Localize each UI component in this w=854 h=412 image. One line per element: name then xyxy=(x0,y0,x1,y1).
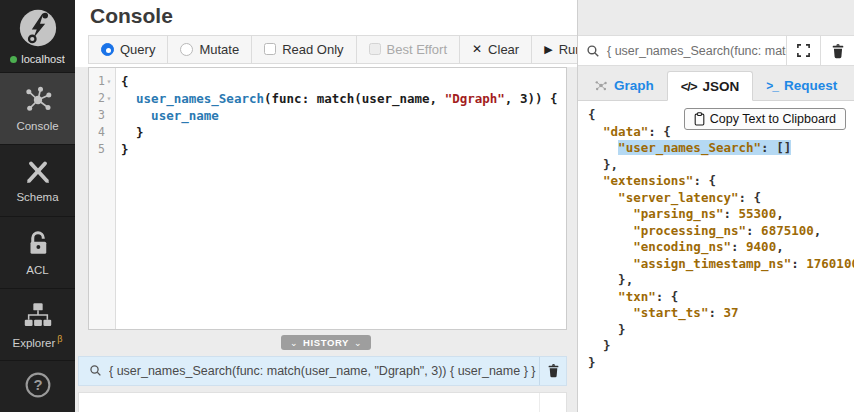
delete-history-button[interactable] xyxy=(539,357,566,386)
chevron-down-icon: ⌄ xyxy=(354,338,362,348)
code-line: user_names_Search(func: match(user_name,… xyxy=(121,90,558,107)
copy-button-label: Copy Text to Clipboard xyxy=(710,112,836,126)
fullscreen-icon xyxy=(796,43,811,58)
checkbox-icon xyxy=(264,43,276,55)
connection-status-dot xyxy=(10,56,17,63)
sidebar-item-console[interactable]: Console xyxy=(0,73,75,145)
dgraph-logo-icon xyxy=(17,7,59,49)
editor-code: { user_names_Search(func: match(user_nam… xyxy=(116,68,558,329)
json-response-text: { "data": { "user_names_Search": [] }, "… xyxy=(578,101,854,371)
sidebar-item-connection[interactable]: localhost xyxy=(0,0,75,73)
radio-selected-icon xyxy=(101,43,114,56)
fullscreen-button[interactable] xyxy=(786,36,820,65)
fold-arrow-icon[interactable]: ▾ xyxy=(105,94,113,103)
sidebar-item-label: Console xyxy=(16,120,58,132)
svg-text:?: ? xyxy=(33,377,42,393)
checkbox-disabled-icon xyxy=(369,43,381,55)
hierarchy-icon xyxy=(22,301,54,329)
terminal-prompt-icon: >_ xyxy=(766,79,778,93)
tab-json[interactable]: </> JSON xyxy=(667,71,754,101)
page-title: Console xyxy=(90,4,173,28)
tab-request[interactable]: >_ Request xyxy=(753,71,850,100)
tab-label: JSON xyxy=(703,79,740,94)
tab-label: Request xyxy=(784,78,837,93)
sidebar-item-label: Schema xyxy=(16,191,58,203)
copy-to-clipboard-button[interactable]: Copy Text to Clipboard xyxy=(684,108,846,130)
help-icon: ? xyxy=(24,371,52,399)
trash-icon xyxy=(831,43,845,59)
graph-icon xyxy=(594,79,608,92)
sidebar-item-schema[interactable]: Schema xyxy=(0,145,75,217)
chevron-down-icon: ⌄ xyxy=(290,338,298,348)
editor-gutter: 1▾ 2▾ 3 4 5 xyxy=(89,68,116,329)
frame-header: { user_names_Search(func: match(... xyxy=(578,35,854,66)
clear-x-icon: ✕ xyxy=(472,42,482,56)
code-brackets-icon: </> xyxy=(681,79,697,94)
tab-graph[interactable]: Graph xyxy=(581,71,667,100)
results-panel: { user_names_Search(func: match(... xyxy=(577,0,854,412)
history-toggle-button[interactable]: ⌄ HISTORY ⌄ xyxy=(281,335,371,350)
code-line: { xyxy=(121,73,558,90)
clipboard-icon xyxy=(694,112,705,126)
sidebar-item-label: Explorerβ xyxy=(12,334,62,349)
ratel-console-app: localhost Console xyxy=(0,0,854,412)
query-toolbar: Query Mutate Read Only Best Effort ✕ xyxy=(88,35,567,64)
clear-button[interactable]: ✕ Clear xyxy=(459,35,532,64)
beta-badge: β xyxy=(57,334,62,344)
schema-icon xyxy=(22,158,54,186)
radio-unselected-icon xyxy=(180,43,193,56)
query-editor[interactable]: 1▾ 2▾ 3 4 5 { user_names_Search(func: ma… xyxy=(88,67,567,330)
results-tabs: Graph </> JSON >_ Request xyxy=(578,71,854,101)
sidebar: localhost Console xyxy=(0,0,75,412)
code-line: user_name xyxy=(121,107,558,124)
history-zone: ⌄ HISTORY ⌄ xyxy=(75,330,577,356)
search-icon xyxy=(586,44,600,58)
discard-frame-button[interactable] xyxy=(820,36,854,65)
results-panel-top-spacer xyxy=(578,0,854,35)
code-line: } xyxy=(121,141,558,158)
tab-label: Graph xyxy=(614,78,654,93)
history-item[interactable]: { user_names_Search(func: match(user_nam… xyxy=(78,356,567,387)
run-play-icon: ▶ xyxy=(544,43,552,56)
toolbar-strip: Query Mutate Read Only Best Effort ✕ xyxy=(75,33,577,67)
json-result-view: { "data": { "user_names_Search": [] }, "… xyxy=(578,101,854,412)
sidebar-item-acl[interactable]: ACL xyxy=(0,217,75,289)
mutate-mode-radio[interactable]: Mutate xyxy=(167,35,252,64)
history-query-text: { user_names_Search(func: match(user_nam… xyxy=(109,364,539,378)
server-address-label: localhost xyxy=(21,53,64,65)
lock-open-icon xyxy=(23,229,53,259)
sidebar-item-help[interactable]: ? xyxy=(0,361,75,412)
main-header: Console xyxy=(75,0,577,33)
console-icon xyxy=(21,85,55,115)
main-panel: Console Query Mutate Read Only Best xyxy=(75,0,577,412)
sidebar-item-explorer[interactable]: Explorerβ xyxy=(0,289,75,361)
query-preview-text: { user_names_Search(func: match(... xyxy=(607,44,786,58)
query-mode-radio[interactable]: Query xyxy=(88,35,168,64)
search-icon xyxy=(89,364,102,377)
read-only-checkbox[interactable]: Read Only xyxy=(251,35,356,64)
best-effort-checkbox[interactable]: Best Effort xyxy=(356,35,460,64)
code-line: } xyxy=(121,124,558,141)
delete-history-button[interactable] xyxy=(539,393,566,412)
sidebar-item-label: ACL xyxy=(26,264,48,276)
executed-query-preview[interactable]: { user_names_Search(func: match(... xyxy=(578,36,786,65)
history-item[interactable] xyxy=(78,392,567,412)
fold-arrow-icon[interactable]: ▾ xyxy=(105,77,113,86)
